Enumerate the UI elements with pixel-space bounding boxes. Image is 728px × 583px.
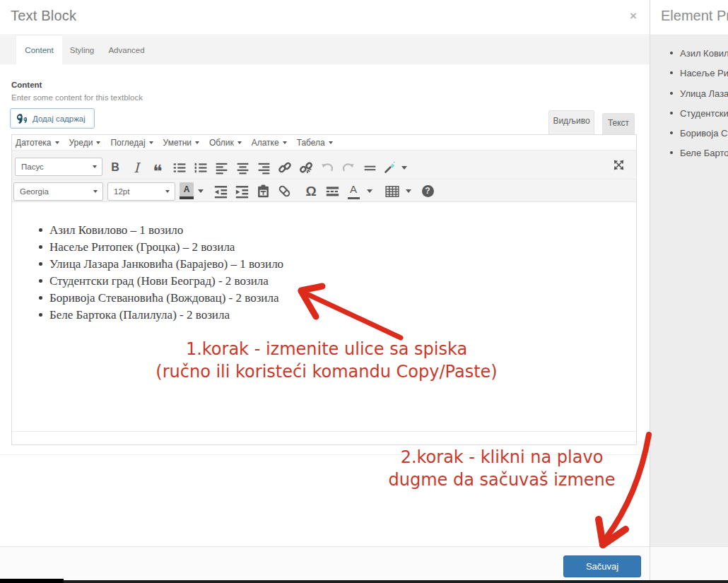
menu-insert[interactable]: Уметни xyxy=(160,135,206,150)
save-button[interactable]: Sačuvaj xyxy=(563,555,641,577)
list-item: Студентски град (Нови Београд) - 2 возил… xyxy=(650,104,728,124)
editor-visual-tab[interactable]: Видљиво xyxy=(548,110,594,134)
horizontal-rule-button[interactable] xyxy=(359,158,380,177)
undo-button[interactable] xyxy=(317,158,338,177)
paste-text-button[interactable] xyxy=(252,182,274,200)
text-block-modal: Text Block × Content Styling Advanced Co… xyxy=(0,0,650,583)
editor-toolbars: Пасус B I ❝ xyxy=(12,150,636,202)
numbered-list-icon xyxy=(194,161,207,175)
add-content-label: Додај садржај xyxy=(33,114,86,123)
fullscreen-button[interactable] xyxy=(608,155,629,175)
undo-icon xyxy=(320,160,334,175)
bottom-edge-strip-left xyxy=(0,579,64,583)
font-color-icon: A xyxy=(348,183,360,199)
list-item: Боривоја Стевановића (Вождовац) - 2 вози… xyxy=(12,290,636,307)
font-color-dropdown[interactable] xyxy=(364,182,375,200)
list-item: Насеље Ритопек (Гроцка) – 2 возила xyxy=(650,64,728,83)
caret-down-icon xyxy=(93,165,97,168)
text-color-icon: A xyxy=(180,182,194,199)
caret-down-icon xyxy=(329,141,333,144)
align-center-icon xyxy=(236,161,249,175)
bullet-list-button[interactable] xyxy=(168,158,189,177)
text-color-dropdown[interactable] xyxy=(195,182,206,200)
tab-content[interactable]: Content xyxy=(16,36,62,65)
help-button[interactable]: ? xyxy=(417,182,438,200)
text-color-button[interactable]: A xyxy=(178,182,195,200)
align-center-button[interactable] xyxy=(232,158,253,177)
link-button[interactable] xyxy=(274,158,295,177)
table-button[interactable] xyxy=(382,182,403,200)
panel-header: Element Preview xyxy=(650,0,728,35)
modal-title: Text Block xyxy=(11,8,76,24)
outdent-button[interactable] xyxy=(210,182,231,200)
read-more-button[interactable] xyxy=(322,182,343,200)
align-left-icon xyxy=(215,161,228,175)
font-family-select[interactable]: Georgia xyxy=(13,182,103,201)
tab-advanced[interactable]: Advanced xyxy=(102,36,151,64)
fullscreen-icon xyxy=(611,160,626,170)
align-right-icon xyxy=(257,161,271,175)
tinymce-editor: Датотека Уреди Погледај Уметни Облик Ала… xyxy=(11,134,637,445)
read-more-icon xyxy=(325,184,340,199)
editor-content-area[interactable]: Азил Ковилово – 1 возило Насеље Ритопек … xyxy=(12,203,636,431)
list-item: Улица Лазара Јанковића (Барајево) – 1 во… xyxy=(650,84,728,104)
close-icon[interactable]: × xyxy=(626,9,640,23)
list-item: Улица Лазара Јанковића (Барајево) – 1 во… xyxy=(12,256,636,273)
wand-icon xyxy=(383,161,397,175)
unlink-icon xyxy=(299,160,313,175)
blockquote-button[interactable]: ❝ xyxy=(147,158,168,177)
table-dropdown[interactable] xyxy=(403,182,414,200)
link-icon xyxy=(278,160,292,175)
menu-edit[interactable]: Уреди xyxy=(66,135,107,150)
add-content-button[interactable]: Додај садржај xyxy=(10,108,95,129)
panel-footer xyxy=(650,546,728,583)
font-size-select[interactable]: 12pt xyxy=(107,182,175,201)
paste-text-icon xyxy=(256,184,271,199)
indent-icon xyxy=(235,184,249,199)
list-item: Насеље Ритопек (Гроцка) – 2 возила xyxy=(12,239,636,256)
bullet-list-icon xyxy=(172,161,186,175)
remove-format-button[interactable] xyxy=(274,182,295,200)
add-content-icon xyxy=(16,113,28,124)
menu-file[interactable]: Датотека xyxy=(12,135,66,150)
caret-down-icon xyxy=(198,189,204,193)
panel-title: Element Preview xyxy=(661,8,728,24)
paragraph-format-select[interactable]: Пасус xyxy=(15,158,102,176)
caret-down-icon xyxy=(283,141,287,144)
list-item: Беле Бартока (Палилула) - 2 возила xyxy=(650,143,728,163)
list-item: Беле Бартока (Палилула) - 2 возила xyxy=(12,307,636,324)
menu-view[interactable]: Погледај xyxy=(107,135,159,150)
horizontal-rule-icon xyxy=(363,161,377,175)
editor-text-tab[interactable]: Текст xyxy=(602,113,635,134)
unlink-button[interactable] xyxy=(295,158,317,177)
toolbar-row-1: Пасус B I ❝ xyxy=(12,151,636,179)
editor-menubar: Датотека Уреди Погледај Уметни Облик Ала… xyxy=(12,135,636,150)
menu-table[interactable]: Табела xyxy=(293,135,339,150)
style-wand-button[interactable] xyxy=(380,158,399,177)
special-char-button[interactable]: Ω xyxy=(300,182,322,200)
caret-down-icon xyxy=(195,141,199,144)
style-wand-dropdown[interactable] xyxy=(399,158,410,177)
align-right-button[interactable] xyxy=(253,158,274,177)
align-left-button[interactable] xyxy=(211,158,232,177)
tab-styling[interactable]: Styling xyxy=(62,36,102,64)
caret-down-icon xyxy=(401,166,407,170)
menu-tools[interactable]: Алатке xyxy=(248,135,293,150)
italic-button[interactable]: I xyxy=(126,158,147,177)
editor-bullet-list: Азил Ковилово – 1 возило Насеље Ритопек … xyxy=(12,222,636,323)
toolbar-row-2: Georgia 12pt A Ω A xyxy=(12,179,636,203)
redo-button[interactable] xyxy=(338,158,359,177)
eraser-icon xyxy=(277,184,292,199)
help-icon: ? xyxy=(422,185,434,197)
bold-button[interactable]: B xyxy=(105,158,126,177)
caret-down-icon xyxy=(149,141,153,144)
indent-button[interactable] xyxy=(231,182,252,200)
font-color-button[interactable]: A xyxy=(343,182,364,200)
caret-down-icon xyxy=(55,141,59,144)
element-preview-panel: Element Preview Азил Ковилово – 1 возило… xyxy=(650,0,728,583)
param-label: Content xyxy=(11,81,42,89)
numbered-list-button[interactable] xyxy=(189,158,211,177)
modal-tabbar: Content Styling Advanced xyxy=(0,36,650,64)
outdent-icon xyxy=(213,184,228,199)
menu-format[interactable]: Облик xyxy=(206,135,248,150)
